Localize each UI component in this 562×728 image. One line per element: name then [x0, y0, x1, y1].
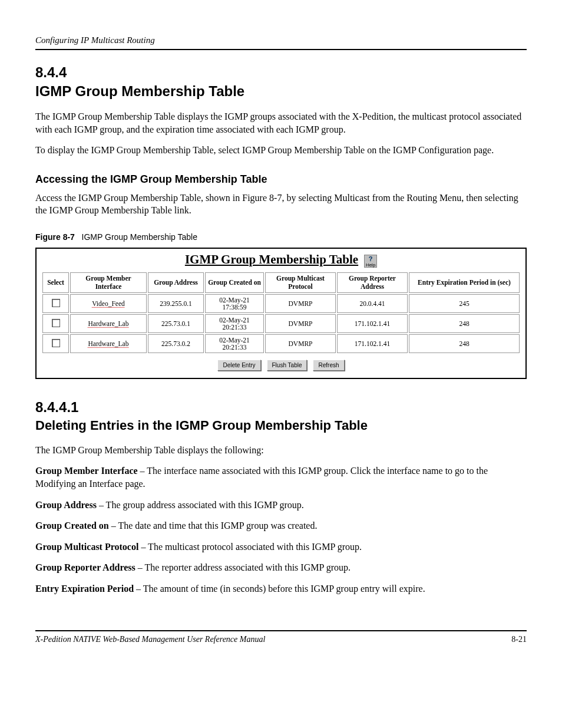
table-row: Video_Feed 239.255.0.1 02-May-2117:38:59…	[42, 294, 520, 313]
row-checkbox[interactable]	[52, 299, 60, 307]
list-item: Group Address – The group address associ…	[35, 499, 527, 512]
list-item: Entry Expiration Period – The amount of …	[35, 582, 527, 595]
cell-group-address: 239.255.0.1	[148, 294, 204, 313]
figure-title: IGMP Group Membership Table	[82, 232, 197, 242]
col-select: Select	[42, 272, 69, 292]
panel-title: IGMP Group Membership Table	[185, 252, 358, 266]
col-expire: Entry Expiration Period in (sec)	[409, 272, 520, 292]
intro-paragraph-1: The IGMP Group Membership Table displays…	[35, 110, 527, 136]
igmp-table-panel: IGMP Group Membership Table ? Help Selec…	[35, 248, 527, 379]
table-row: Hardware_Lab 225.73.0.1 02-May-2120:21:3…	[42, 314, 520, 333]
interface-link[interactable]: Video_Feed	[92, 300, 125, 307]
cell-group-address: 225.73.0.2	[148, 334, 204, 353]
section-title: IGMP Group Membership Table	[35, 83, 527, 100]
footer-left: X-Pedition NATIVE Web-Based Management U…	[35, 635, 265, 644]
running-head: Configuring IP Multicast Routing	[35, 35, 527, 45]
cell-created: 02-May-2120:21:33	[205, 314, 264, 333]
cell-expire: 248	[409, 314, 520, 333]
section-number: 8.4.4	[35, 64, 527, 81]
interface-link[interactable]: Hardware_Lab	[88, 320, 129, 327]
cell-group-address: 225.73.0.1	[148, 314, 204, 333]
row-checkbox[interactable]	[52, 339, 60, 347]
field-list: Group Member Interface – The interface n…	[35, 465, 527, 595]
subsection-number: 8.4.4.1	[35, 399, 527, 416]
figure-label: Figure 8-7	[35, 232, 75, 242]
row-checkbox[interactable]	[52, 319, 60, 327]
cell-created: 02-May-2117:38:59	[205, 294, 264, 313]
cell-created: 02-May-2120:21:33	[205, 334, 264, 353]
help-label: Help	[366, 262, 375, 268]
subsection-title: Deleting Entries in the IGMP Group Membe…	[35, 418, 527, 433]
cell-protocol: DVMRP	[265, 294, 336, 313]
cell-reporter: 171.102.1.41	[337, 314, 408, 333]
top-rule	[35, 49, 527, 50]
footer-rule	[35, 630, 527, 631]
col-addr: Group Address	[148, 272, 204, 292]
button-row: Delete Entry Flush Table Refresh	[41, 359, 521, 371]
cell-reporter: 171.102.1.41	[337, 334, 408, 353]
access-subhead: Accessing the IGMP Group Membership Tabl…	[35, 173, 527, 186]
list-item: Group Created on – The date and time tha…	[35, 519, 527, 532]
refresh-button[interactable]: Refresh	[313, 360, 344, 371]
list-item: Group Multicast Protocol – The multicast…	[35, 541, 527, 554]
col-reporter: Group Reporter Address	[337, 272, 408, 292]
flush-table-button[interactable]: Flush Table	[267, 360, 308, 371]
page-footer: X-Pedition NATIVE Web-Based Management U…	[35, 635, 527, 644]
cell-protocol: DVMRP	[265, 334, 336, 353]
igmp-table: Select Group Member Interface Group Addr…	[41, 271, 521, 354]
access-paragraph: Access the IGMP Group Membership Table, …	[35, 192, 527, 217]
footer-page-number: 8-21	[511, 635, 527, 644]
list-lead: The IGMP Group Membership Table displays…	[35, 444, 527, 457]
col-proto: Group Multicast Protocol	[265, 272, 336, 292]
figure-caption: Figure 8-7 IGMP Group Membership Table	[35, 232, 527, 242]
cell-reporter: 20.0.4.41	[337, 294, 408, 313]
col-iface: Group Member Interface	[70, 272, 147, 292]
cell-protocol: DVMRP	[265, 314, 336, 333]
col-created: Group Created on	[205, 272, 264, 292]
delete-entry-button[interactable]: Delete Entry	[217, 360, 260, 371]
list-item: Group Reporter Address – The reporter ad…	[35, 561, 527, 574]
table-header-row: Select Group Member Interface Group Addr…	[42, 272, 520, 292]
help-icon[interactable]: ? Help	[364, 255, 377, 268]
table-row: Hardware_Lab 225.73.0.2 02-May-2120:21:3…	[42, 334, 520, 353]
intro-paragraph-2: To display the IGMP Group Membership Tab…	[35, 144, 527, 157]
list-item: Group Member Interface – The interface n…	[35, 465, 527, 490]
interface-link[interactable]: Hardware_Lab	[88, 340, 129, 347]
cell-expire: 248	[409, 334, 520, 353]
cell-expire: 245	[409, 294, 520, 313]
